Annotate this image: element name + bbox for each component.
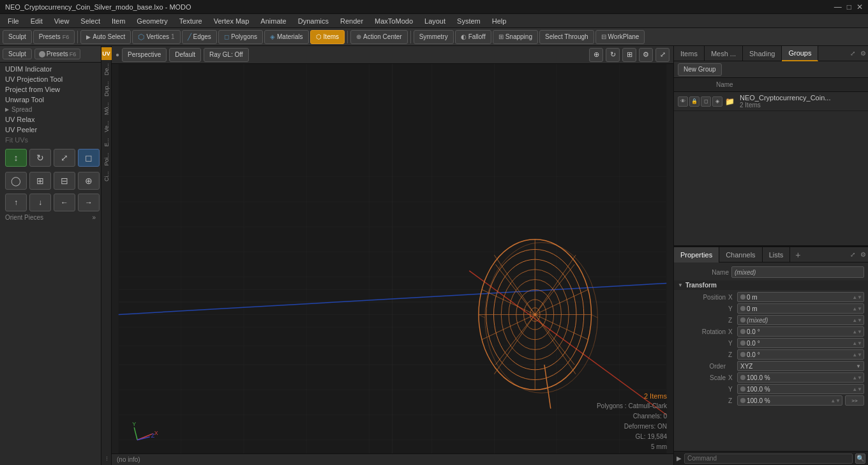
rot-z-field[interactable]: 0.0 ° ▲▼ [737, 349, 864, 360]
transform-section[interactable]: Transform [674, 280, 868, 290]
tool-icon-grid[interactable]: ⊞ [29, 172, 51, 190]
pos-y-field[interactable]: 0 m ▲▼ [737, 303, 864, 314]
tab-shading[interactable]: Shading [743, 46, 782, 61]
action-center-button[interactable]: ⊕ Action Center [350, 30, 408, 44]
vtab-poi[interactable]: Poi... [102, 150, 111, 169]
props-tab-properties[interactable]: Properties [674, 247, 719, 263]
uv-tab-indicator[interactable]: UV [101, 47, 112, 60]
perspective-button[interactable]: Perspective [122, 48, 167, 62]
sc-z-field[interactable]: 100.0 % ▲▼ [737, 395, 842, 406]
new-group-button[interactable]: New Group [678, 63, 722, 76]
pos-z-field[interactable]: (mixed) ▲▼ [737, 315, 864, 325]
props-expand-btn[interactable]: ⤢ [848, 250, 858, 260]
spread-section[interactable]: Spread [0, 105, 101, 114]
maximize-btn[interactable]: □ [847, 3, 851, 11]
vtab-e[interactable]: E... [102, 135, 111, 149]
project-from-view-tool[interactable]: Project from View [0, 84, 101, 95]
vertices-button[interactable]: ⬡ Vertices 1 [132, 30, 180, 44]
nav-left[interactable]: ← [54, 194, 75, 211]
group-render-icon[interactable]: ◈ [712, 96, 722, 107]
presets-mode-button[interactable]: Presets F6 [34, 49, 80, 59]
props-tab-add[interactable]: + [790, 248, 805, 261]
menu-animate[interactable]: Animate [255, 16, 291, 26]
menu-help[interactable]: Help [487, 16, 512, 26]
menu-item[interactable]: Item [107, 16, 130, 26]
materials-button[interactable]: ◈ Materials [264, 30, 309, 44]
props-settings-btn[interactable]: ⚙ [858, 250, 868, 260]
vtab-dup[interactable]: Dup... [102, 79, 111, 99]
menu-dynamics[interactable]: Dynamics [293, 16, 334, 26]
tab-items[interactable]: Items [674, 46, 705, 61]
viewport-menu-icon[interactable]: ● [116, 51, 119, 58]
vtab-de[interactable]: De... [102, 61, 111, 78]
group-eye-icon[interactable]: 👁 [678, 96, 688, 107]
vtab-ve[interactable]: Ve... [102, 118, 111, 135]
vp-icon-refresh[interactable]: ↻ [606, 48, 620, 62]
default-button[interactable]: Default [169, 48, 201, 62]
edges-button[interactable]: ╱ Edges [182, 30, 217, 44]
uv-peeler-tool[interactable]: UV Peeler [0, 125, 101, 135]
props-tab-lists[interactable]: Lists [763, 247, 791, 263]
minimize-btn[interactable]: — [834, 3, 842, 11]
tab-mesh[interactable]: Mesh ... [705, 46, 743, 61]
tool-icon-scale[interactable]: ⤢ [54, 149, 75, 167]
order-dropdown[interactable]: XYZ ▼ [737, 361, 864, 371]
uv-relax-tool[interactable]: UV Relax [0, 114, 101, 125]
rot-y-field[interactable]: 0.0 ° ▲▼ [737, 338, 864, 348]
select-through-button[interactable]: Select Through [539, 30, 594, 44]
polygons-button[interactable]: ◻ Polygons [218, 30, 263, 44]
viewport-canvas[interactable]: X Y Z 2 Items Polygons : Catmull-Clark C… [112, 64, 673, 465]
menu-vertex-map[interactable]: Vertex Map [209, 16, 255, 26]
symmetry-button[interactable]: Symmetry [414, 30, 454, 44]
nav-down[interactable]: ↓ [29, 194, 51, 211]
group-lock-icon[interactable]: 🔒 [689, 96, 700, 107]
tool-icon-rotate[interactable]: ↻ [29, 149, 51, 167]
command-input[interactable] [684, 454, 853, 464]
uv-projection-tool[interactable]: UV Projection Tool [0, 74, 101, 84]
snapping-button[interactable]: ⊞ Snapping [493, 30, 538, 44]
vtab-ci[interactable]: Ci... [102, 169, 111, 184]
rot-x-field[interactable]: 0.0 ° ▲▼ [737, 326, 864, 337]
menu-maxtomodo[interactable]: MaxToModo [370, 16, 418, 26]
vp-icon-expand[interactable]: ⤢ [655, 48, 670, 62]
name-value[interactable]: (mixed) [731, 266, 864, 278]
unwrap-tool[interactable]: Unwrap Tool [0, 95, 101, 105]
close-btn[interactable]: ✕ [857, 3, 863, 11]
menu-geometry[interactable]: Geometry [131, 16, 172, 26]
menu-render[interactable]: Render [335, 16, 368, 26]
tool-icon-checker[interactable]: ⊟ [54, 172, 75, 190]
items-button[interactable]: ⬡ Items [310, 30, 345, 44]
menu-texture[interactable]: Texture [174, 16, 207, 26]
tool-icon-move[interactable]: ↕ [5, 149, 27, 167]
vp-icon-camera[interactable]: ⊕ [589, 48, 603, 62]
vp-icon-zoom[interactable]: ⊞ [622, 48, 636, 62]
menu-select[interactable]: Select [75, 16, 105, 26]
vtab-mo[interactable]: Mó... [102, 100, 111, 118]
tool-icon-select[interactable]: ◻ [78, 149, 100, 167]
group-vis-icon[interactable]: ◻ [701, 96, 711, 107]
tool-icon-sphere[interactable]: ◯ [5, 172, 27, 190]
vtab-more[interactable]: ··· [102, 454, 111, 464]
menu-system[interactable]: System [452, 16, 486, 26]
sc-x-field[interactable]: 100.0 % ▲▼ [737, 372, 864, 383]
falloff-button[interactable]: ◐ Falloff [455, 30, 491, 44]
sculpt-button[interactable]: Sculpt [3, 30, 32, 44]
viewport[interactable]: ● Perspective Default Ray GL: Off ⊕ ↻ ⊞ … [112, 46, 673, 465]
menu-edit[interactable]: Edit [26, 16, 48, 26]
vp-icon-settings[interactable]: ⚙ [639, 48, 653, 62]
sc-z-extra-btn[interactable]: >> [845, 395, 864, 406]
pos-x-field[interactable]: 0 m ▲▼ [737, 292, 864, 302]
props-tab-channels[interactable]: Channels [719, 247, 762, 263]
panel-settings-btn[interactable]: ⚙ [858, 49, 868, 59]
menu-file[interactable]: File [3, 16, 24, 26]
nav-right[interactable]: → [78, 194, 100, 211]
group-row-0[interactable]: 👁 🔒 ◻ ◈ 📁 NEO_Cryptocurrency_Coin... 2 I… [674, 92, 868, 111]
presets-button[interactable]: Presets F6 [33, 30, 75, 44]
fit-uvs-tool[interactable]: Fit UVs [0, 135, 101, 145]
udim-indicator-tool[interactable]: UDIM Indicator [0, 64, 101, 74]
panel-expand-btn[interactable]: ⤢ [848, 49, 858, 59]
nav-up[interactable]: ↑ [5, 194, 27, 211]
workplane-button[interactable]: ⊟ WorkPlane [595, 30, 645, 44]
ray-gl-button[interactable]: Ray GL: Off [204, 48, 249, 62]
auto-select-button[interactable]: ▶ Auto Select [80, 30, 131, 44]
